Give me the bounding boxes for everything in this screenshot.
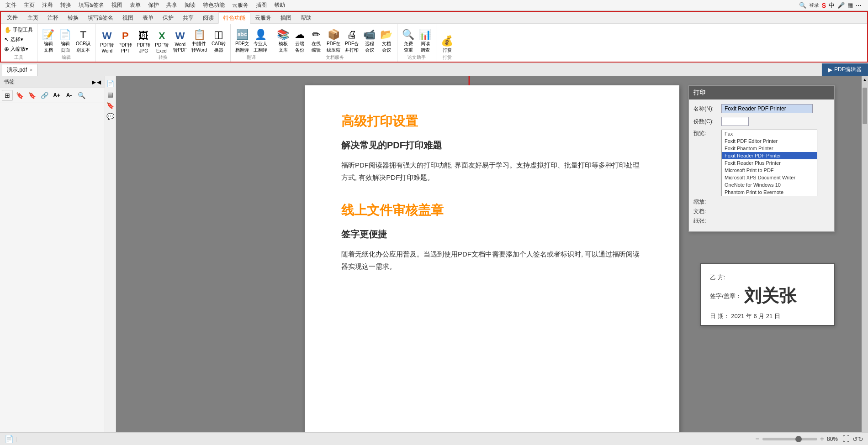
login-button[interactable]: 登录 — [809, 2, 819, 9]
print-name-input[interactable]: Foxit Reader PDF Printer — [721, 104, 813, 113]
printer-foxit-plus[interactable]: Foxit Reader Plus Printer — [722, 159, 817, 167]
ribbon-group-convert: W PDF转Word P PDF转PPT 🖼 PDF转JPG X PDF转Exc… — [95, 24, 231, 63]
menu-fillsign[interactable]: 填写&签名 — [75, 0, 108, 10]
printer-foxit-editor[interactable]: Foxit PDF Editor Printer — [722, 137, 817, 145]
rotate-icon[interactable]: ↺↻ — [852, 435, 863, 443]
sidebar-tool-search[interactable]: 🔍 — [76, 90, 87, 101]
zoom-out-button[interactable]: − — [755, 435, 759, 443]
printer-fax[interactable]: Fax — [722, 130, 817, 137]
free-check-button[interactable]: 🔍 免费查重 — [400, 28, 416, 54]
sidebar-tool-font-small[interactable]: A- — [64, 90, 74, 101]
print-dialog-header: 打印 — [689, 86, 834, 99]
sidebar-expand-icon[interactable]: ▶ — [92, 79, 96, 85]
printer-foxit-phantom[interactable]: Foxit Phantom Printer — [722, 145, 817, 152]
menu-help[interactable]: 帮助 — [270, 0, 289, 10]
left-icon-doc[interactable]: 📄 — [106, 80, 114, 87]
ribbon-tab-fillsign[interactable]: 填写&签名 — [83, 13, 118, 23]
search-icon[interactable]: 🔍 — [799, 2, 806, 9]
left-icon-layers[interactable]: ▤ — [107, 91, 113, 98]
ribbon-tab-protect[interactable]: 保护 — [158, 13, 178, 23]
pdf-to-ppt-button[interactable]: P PDF转PPT — [116, 29, 134, 54]
scrollbar-thumb[interactable] — [863, 88, 867, 124]
print-copies-input[interactable] — [721, 117, 749, 126]
reward-button[interactable]: 💰 打赏 — [439, 34, 455, 54]
remote-meeting-button[interactable]: 📹 远程会议 — [361, 28, 377, 54]
ribbon-tab-cloud[interactable]: 云服务 — [250, 13, 276, 23]
printer-ms-pdf[interactable]: Microsoft Print to PDF — [722, 167, 817, 174]
zoom-tool-button[interactable]: ⊕ 入缩放▾ — [3, 45, 34, 53]
menu-file[interactable]: 文件 — [2, 0, 20, 10]
menu-protect[interactable]: 保护 — [144, 0, 163, 10]
sidebar-tool-add-bookmark[interactable]: 🔖 — [14, 90, 25, 101]
select-tool-button[interactable]: ↖ 选择▾ — [3, 35, 34, 44]
pdf-to-excel-button[interactable]: X PDF转Excel — [153, 29, 170, 54]
zoom-in-button[interactable]: + — [820, 435, 824, 443]
ribbon-tab-share[interactable]: 共享 — [178, 13, 198, 23]
ribbon-tab-help[interactable]: 帮助 — [296, 13, 316, 23]
zoom-slider-thumb[interactable] — [795, 436, 802, 442]
pdf-compress-button[interactable]: 📦 PDF在线压缩 — [325, 28, 342, 54]
menu-view[interactable]: 视图 — [108, 0, 126, 10]
ribbon-tab-form[interactable]: 表单 — [138, 13, 158, 23]
ribbon-group-edit: 📝 编辑文档 📄 编辑页面 T OCR识别文本 编辑 — [37, 24, 95, 63]
sidebar-tool-child-bookmark[interactable]: 🔗 — [39, 90, 50, 101]
printer-phantom-evernote[interactable]: Phantom Print to Evernote — [722, 188, 817, 196]
left-icon-comment[interactable]: 💬 — [106, 113, 114, 120]
sidebar-collapse-icon[interactable]: ◀ — [97, 79, 101, 85]
ribbon-tab-home[interactable]: 主页 — [23, 13, 43, 23]
printer-ms-xps[interactable]: Microsoft XPS Document Writer — [722, 174, 817, 181]
pdf-editor-panel-label[interactable]: ▶ PDF编辑器 — [821, 63, 868, 76]
topbar-icon2[interactable]: 🎤 — [837, 2, 845, 9]
printer-onenote[interactable]: OneNote for Windows 10 — [722, 181, 817, 188]
ribbon-tab-special[interactable]: 特色功能 — [218, 12, 250, 24]
doc-tab[interactable]: 演示.pdf × — [2, 64, 37, 76]
pdf-to-word-button[interactable]: W PDF转Word — [98, 29, 116, 54]
scrollbar-up-arrow[interactable]: ▲ — [862, 76, 868, 83]
cloud-backup-button[interactable]: ☁ 云端备份 — [292, 28, 307, 54]
fullscreen-button[interactable]: ⛶ — [842, 435, 850, 443]
topbar-icon4[interactable]: ⋯ — [856, 2, 862, 9]
menu-special[interactable]: 特色功能 — [199, 0, 228, 10]
bottom-doc-icon[interactable]: 📄 — [5, 435, 14, 443]
menu-form[interactable]: 表单 — [126, 0, 144, 10]
ribbon-tab-view[interactable]: 视图 — [118, 13, 138, 23]
printer-foxit-reader[interactable]: Foxit Reader PDF Printer — [722, 152, 817, 159]
ribbon-tab-file[interactable]: 文件 — [2, 12, 23, 23]
sidebar-tool-grid[interactable]: ⊞ — [2, 90, 13, 101]
doc-meeting-button[interactable]: 📂 文档会议 — [378, 28, 394, 54]
pdf-merge-print-button[interactable]: 🖨 PDF合并打印 — [343, 28, 360, 54]
pdf-translate-button[interactable]: 🔤 PDF文档翻译 — [233, 28, 251, 54]
pro-translate-button[interactable]: 👤 专业人工翻译 — [252, 28, 269, 54]
menu-cloud[interactable]: 云服务 — [228, 0, 252, 10]
word-to-pdf-button[interactable]: W Word转PDF — [171, 29, 189, 54]
zoom-slider[interactable] — [762, 438, 817, 440]
edit-page-button[interactable]: 📄 编辑页面 — [57, 28, 73, 54]
menu-annotate[interactable]: 注释 — [38, 0, 57, 10]
ocr-button[interactable]: T OCR识别文本 — [74, 28, 92, 54]
hand-tool-button[interactable]: ✋ 手型工具 — [3, 26, 34, 34]
sidebar-tool-sub-bookmark[interactable]: 🔖 — [26, 90, 37, 101]
template-library-button[interactable]: 📚 模板文库 — [275, 28, 291, 54]
cad-converter-button[interactable]: ◫ CAD转换器 — [210, 28, 228, 54]
menu-convert[interactable]: 转换 — [57, 0, 75, 10]
topbar-icon3[interactable]: ▦ — [847, 2, 853, 9]
menu-home[interactable]: 主页 — [20, 0, 38, 10]
read-survey-button[interactable]: 📊 阅读调查 — [417, 28, 433, 54]
ribbon-tab-convert[interactable]: 转换 — [63, 13, 83, 23]
menu-read[interactable]: 阅读 — [181, 0, 199, 10]
pdf-to-jpg-button[interactable]: 🖼 PDF转JPG — [135, 29, 152, 54]
topbar-icon1[interactable]: 中 — [829, 1, 835, 10]
ribbon-tab-annotate[interactable]: 注释 — [43, 13, 63, 23]
ribbon-tab-read[interactable]: 阅读 — [198, 13, 218, 23]
left-icon-bookmark[interactable]: 🔖 — [106, 102, 114, 109]
ribbon-tab-plugin[interactable]: 插图 — [276, 13, 296, 23]
scan-to-word-button[interactable]: 📋 扫描件转Word — [190, 28, 209, 54]
menu-plugin[interactable]: 插图 — [252, 0, 270, 10]
edit-doc-button[interactable]: 📝 编辑文档 — [40, 28, 56, 54]
sidebar-tool-font-large[interactable]: A+ — [51, 90, 62, 101]
menu-share[interactable]: 共享 — [163, 0, 181, 10]
print-printer-list[interactable]: Fax Foxit PDF Editor Printer Foxit Phant… — [721, 130, 817, 196]
online-edit-button[interactable]: ✏ 在线编辑 — [308, 28, 324, 54]
doc-tab-close[interactable]: × — [30, 67, 32, 73]
vertical-scrollbar[interactable]: ▲ — [862, 76, 868, 439]
